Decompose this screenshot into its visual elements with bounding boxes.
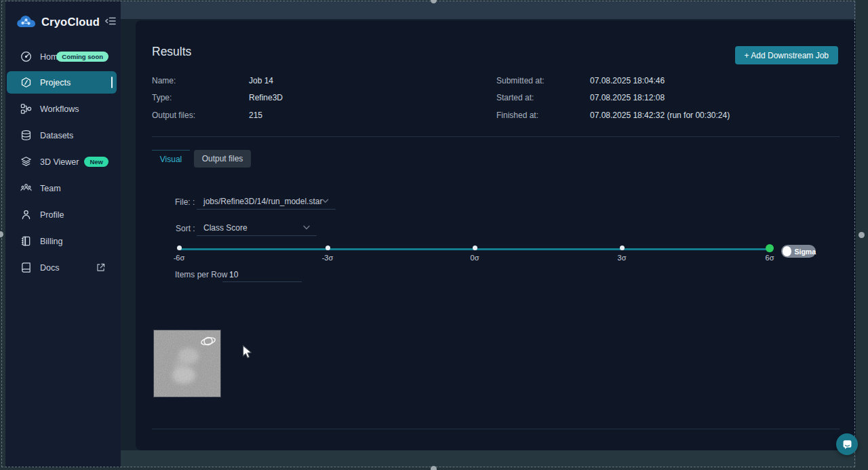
finished-value: 07.08.2025 18:42:32 (run for 00:30:24): [590, 111, 730, 120]
capture-handle-right[interactable]: [859, 232, 865, 238]
file-label: File: :: [175, 197, 195, 207]
database-icon: [20, 130, 32, 141]
tab-output-files[interactable]: Output files: [194, 150, 251, 168]
chat-support-button[interactable]: [836, 433, 858, 455]
sidebar-item-profile[interactable]: Profile: [12, 205, 114, 224]
sidebar-item-label: Docs: [40, 263, 59, 273]
external-link-icon: [96, 262, 106, 273]
active-indicator: [111, 77, 113, 88]
output-files-value: 215: [249, 111, 262, 120]
submitted-label: Submitted at:: [496, 76, 545, 85]
screen: CryoCloud Home Coming soon Projects: [0, 0, 868, 470]
sort-label: Sort :: [176, 224, 195, 233]
sidebar-item-label: Datasets: [40, 131, 73, 140]
section-divider: [152, 136, 840, 137]
sidebar-collapse-icon[interactable]: [104, 15, 117, 27]
brand-name: CryoCloud: [41, 16, 100, 28]
output-files-label: Output files:: [152, 111, 195, 120]
slider-tick: [473, 246, 477, 250]
sidebar-item-label: Billing: [40, 237, 62, 246]
sidebar-item-label: Workflows: [40, 104, 79, 114]
toggle-knob: [783, 246, 791, 256]
tick-label: -6σ: [165, 254, 193, 262]
coming-soon-badge: Coming soon: [56, 52, 108, 62]
sidebar-item-label: Team: [40, 184, 61, 193]
sidebar-item-workflows[interactable]: Workflows: [12, 100, 114, 118]
add-downstream-job-button[interactable]: + Add Downstream Job: [735, 46, 838, 64]
sidebar-item-billing[interactable]: Billing: [12, 232, 114, 250]
sidebar-item-docs[interactable]: Docs: [12, 258, 114, 277]
workflow-icon: [20, 103, 32, 115]
type-label: Type:: [152, 93, 172, 102]
capture-handle-left[interactable]: [0, 231, 3, 237]
results-panel: Results + Add Downstream Job Name: Job 1…: [136, 20, 856, 450]
file-select[interactable]: jobs/Refine3D/14/run_model.star: [197, 193, 336, 210]
person-icon: [20, 209, 32, 220]
sidebar-item-label: Projects: [40, 78, 71, 87]
hexagon-project-icon: [20, 77, 32, 88]
top-backdrop-strip: [121, 1, 856, 19]
page-title: Results: [152, 45, 191, 59]
type-value: Refine3D: [249, 93, 283, 102]
slider-tick: [326, 246, 330, 250]
sidebar-item-team[interactable]: Team: [12, 179, 114, 197]
finished-label: Finished at:: [496, 111, 538, 120]
class-average-image: [154, 330, 220, 397]
name-value: Job 14: [249, 76, 273, 85]
result-thumbnail[interactable]: [154, 330, 220, 397]
name-label: Name:: [152, 76, 176, 85]
brand: CryoCloud: [16, 12, 111, 31]
slider-tick: [177, 246, 182, 250]
submitted-value: 07.08.2025 18:04:46: [590, 76, 665, 85]
billing-icon: [20, 235, 32, 247]
bottom-divider: [152, 429, 840, 429]
chevron-down-icon: [322, 199, 329, 203]
sidebar-item-datasets[interactable]: Datasets: [12, 126, 114, 144]
sidebar-item-label: 3D Viewer: [40, 157, 79, 167]
sigma-slider-handle[interactable]: [766, 244, 774, 252]
sidebar-item-projects[interactable]: Projects: [7, 71, 117, 94]
sort-select[interactable]: Class Score: [197, 220, 317, 236]
chevron-down-icon: [303, 225, 310, 230]
sigma-toggle[interactable]: Sigma: [781, 245, 816, 258]
layers-icon: [20, 156, 32, 168]
tick-label: 3σ: [608, 254, 635, 262]
sidebar-item-3d-viewer[interactable]: 3D Viewer New: [12, 153, 114, 171]
capture-handle-bottom[interactable]: [431, 466, 437, 470]
tab-visual[interactable]: Visual: [152, 150, 190, 168]
file-select-value: jobs/Refine3D/14/run_model.star: [203, 197, 322, 206]
team-icon: [20, 182, 32, 194]
sort-select-value: Class Score: [203, 223, 248, 233]
tick-label: 6σ: [756, 254, 783, 262]
slider-tick: [620, 246, 625, 250]
book-icon: [20, 262, 32, 273]
started-value: 07.08.2025 18:12:08: [590, 93, 665, 102]
tick-label: 0σ: [461, 254, 488, 262]
chat-bubble-icon: [842, 439, 853, 450]
toggle-label: Sigma: [794, 248, 816, 256]
started-label: Started at:: [496, 93, 534, 102]
new-badge: New: [84, 157, 108, 168]
cloud-logo-icon: [16, 14, 37, 29]
tick-label: -3σ: [314, 254, 341, 262]
sidebar-item-label: Profile: [40, 210, 64, 220]
items-per-row-input[interactable]: [222, 267, 302, 282]
dashboard-icon: [20, 51, 32, 62]
sidebar: CryoCloud Home Coming soon Projects: [5, 1, 121, 467]
sidebar-item-home[interactable]: Home Coming soon: [12, 47, 114, 66]
app-window: CryoCloud Home Coming soon Projects: [5, 1, 856, 467]
bottom-backdrop-strip: [121, 450, 856, 467]
